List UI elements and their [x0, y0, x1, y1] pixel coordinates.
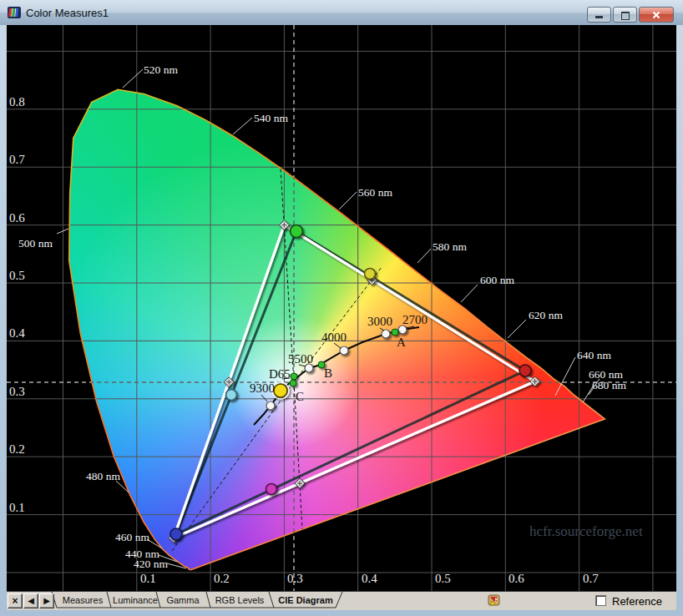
svg-text:D65: D65 — [269, 367, 291, 381]
svg-text:620 nm: 620 nm — [529, 309, 563, 321]
svg-text:4000: 4000 — [321, 331, 347, 344]
reference-checkbox-label: Reference — [612, 595, 662, 608]
svg-text:0.3: 0.3 — [287, 572, 303, 585]
svg-text:3000: 3000 — [367, 315, 392, 328]
svg-text:600 nm: 600 nm — [480, 274, 514, 286]
cie-diagram-overlay: hcfr.sourceforge.net — [7, 25, 676, 591]
svg-text:0.2: 0.2 — [214, 572, 230, 585]
svg-text:520 nm: 520 nm — [144, 63, 178, 76]
svg-text:0.7: 0.7 — [583, 572, 599, 585]
svg-text:0.2: 0.2 — [9, 442, 25, 456]
watermark: hcfr.sourceforge.net — [529, 523, 643, 539]
tab-strip: × ◀ ▶ Measures Luminance Gamma RGB Level… — [7, 591, 676, 610]
tab-nav-prev-button[interactable]: ◀ — [23, 593, 38, 608]
selected-measure-marker[interactable] — [272, 382, 289, 399]
svg-text:0.4: 0.4 — [9, 326, 25, 340]
svg-text:480 nm: 480 nm — [86, 470, 120, 482]
svg-text:0.6: 0.6 — [9, 211, 25, 225]
saturation-dashed-lines — [7, 25, 676, 591]
tab-rgb-levels[interactable]: RGB Levels — [210, 593, 269, 608]
svg-text:9300: 9300 — [250, 381, 275, 395]
wavelength-leader-lines — [57, 69, 600, 568]
wavelength-labels: 520 nm 540 nm 560 nm 580 nm 600 nm 620 n… — [18, 63, 626, 570]
svg-text:540 nm: 540 nm — [254, 112, 288, 124]
sensor-status-icon — [488, 594, 501, 608]
tab-measures[interactable]: Measures — [58, 593, 107, 608]
reference-checkbox[interactable] — [595, 595, 606, 606]
svg-text:580 nm: 580 nm — [433, 240, 467, 253]
svg-text:0.1: 0.1 — [140, 572, 156, 585]
minimize-button[interactable] — [587, 7, 611, 23]
app-window: Color Measures1 hcfr.sourceforge.net — [0, 0, 683, 616]
cie-diagram-canvas[interactable]: hcfr.sourceforge.net — [7, 25, 676, 591]
svg-text:A: A — [397, 336, 406, 349]
svg-text:680 nm: 680 nm — [592, 379, 626, 391]
svg-text:0.5: 0.5 — [435, 572, 451, 585]
grid — [7, 25, 676, 591]
svg-text:0.8: 0.8 — [9, 95, 25, 109]
spectral-locus-edge — [69, 89, 605, 569]
tab-nav-next-button[interactable]: ▶ — [39, 593, 54, 608]
y-axis-labels: 0.8 0.7 0.6 0.5 0.4 0.3 0.2 0.1 — [9, 95, 25, 514]
svg-text:0.4: 0.4 — [362, 572, 377, 585]
svg-text:0.1: 0.1 — [9, 501, 25, 514]
svg-text:500 nm: 500 nm — [18, 237, 53, 250]
svg-text:420 nm: 420 nm — [134, 558, 168, 570]
close-button[interactable] — [639, 7, 674, 23]
tab-cie-diagram[interactable]: CIE Diagram — [274, 593, 337, 608]
restore-icon — [621, 12, 630, 20]
minimize-icon — [595, 16, 603, 18]
tab-nav-close-button[interactable]: × — [8, 593, 23, 608]
tab-luminance[interactable]: Luminance — [112, 593, 159, 608]
svg-text:B: B — [324, 366, 332, 380]
title-bar: Color Measures1 — [0, 0, 683, 25]
svg-text:C: C — [296, 390, 304, 403]
svg-text:460 nm: 460 nm — [115, 531, 149, 543]
white-point-crosshair — [7, 25, 676, 591]
tab-outlines — [7, 592, 676, 610]
svg-text:560 nm: 560 nm — [358, 186, 392, 199]
svg-text:0.3: 0.3 — [9, 385, 25, 398]
svg-text:0.7: 0.7 — [9, 153, 25, 166]
svg-text:0.6: 0.6 — [508, 572, 524, 585]
restore-button[interactable] — [613, 7, 637, 23]
svg-text:2700: 2700 — [402, 313, 428, 326]
tab-gamma[interactable]: Gamma — [160, 593, 205, 608]
app-logo-icon — [8, 6, 21, 19]
svg-text:640 nm: 640 nm — [577, 349, 611, 361]
svg-text:0.5: 0.5 — [9, 269, 25, 282]
window-title: Color Measures1 — [26, 7, 109, 19]
x-axis-labels: 0.1 0.2 0.3 0.4 0.5 0.6 0.7 — [140, 572, 599, 585]
svg-text:5500: 5500 — [288, 352, 313, 366]
